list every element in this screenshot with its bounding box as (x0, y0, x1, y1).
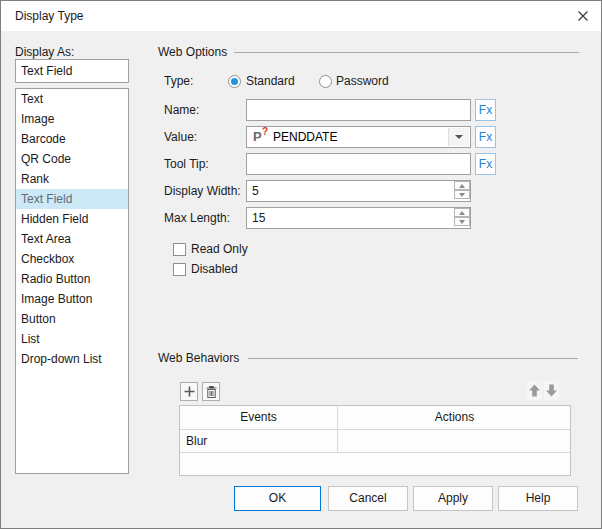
stepper-up-button[interactable] (454, 208, 470, 217)
behaviors-table: Events Actions Blur (179, 405, 571, 476)
list-item-drop-down-list[interactable]: Drop-down List (16, 349, 128, 369)
move-down-button[interactable] (544, 381, 559, 400)
max-length-label: Max Length: (164, 211, 230, 225)
plus-icon (184, 386, 195, 397)
list-item-text[interactable]: Text (16, 89, 128, 109)
list-item-list[interactable]: List (16, 329, 128, 349)
list-item-barcode[interactable]: Barcode (16, 129, 128, 149)
stepper-down-button[interactable] (454, 190, 470, 199)
list-item-qr-code[interactable]: QR Code (16, 149, 128, 169)
name-fx-button[interactable]: Fx (475, 99, 496, 121)
name-input[interactable] (246, 99, 471, 121)
dialog-title: Display Type (15, 1, 83, 31)
list-item-text-field[interactable]: Text Field (16, 189, 128, 209)
type-label: Type: (164, 74, 193, 88)
titlebar: Display Type (1, 1, 601, 31)
apply-button[interactable]: Apply (413, 486, 493, 511)
list-item-radio-button[interactable]: Radio Button (16, 269, 128, 289)
read-only-label: Read Only (191, 242, 248, 256)
max-length-stepper (454, 208, 470, 226)
disabled-label: Disabled (191, 262, 238, 276)
display-type-list: Text Image Barcode QR Code Rank Text Fie… (15, 88, 129, 474)
up-arrow-icon (459, 211, 465, 215)
chevron-down-icon (455, 135, 463, 139)
fx-icon: Fx (479, 157, 492, 171)
display-width-label: Display Width: (164, 184, 241, 198)
up-arrow-icon (459, 184, 465, 188)
value-label: Value: (164, 130, 197, 144)
event-cell[interactable]: Blur (180, 430, 338, 453)
web-options-title: Web Options (158, 45, 227, 59)
cancel-button[interactable]: Cancel (328, 486, 408, 511)
dropdown-arrow-button[interactable] (448, 128, 469, 146)
standard-radio-label: Standard (246, 74, 295, 88)
standard-radio[interactable] (228, 75, 241, 88)
delete-behavior-button[interactable] (202, 382, 220, 401)
add-behavior-button[interactable] (180, 382, 198, 401)
list-item-text-area[interactable]: Text Area (16, 229, 128, 249)
action-cell[interactable] (339, 430, 570, 453)
list-item-button[interactable]: Button (16, 309, 128, 329)
read-only-checkbox[interactable] (173, 243, 186, 256)
tooltip-input[interactable] (246, 153, 471, 175)
web-behaviors-title: Web Behaviors (158, 351, 239, 365)
up-arrow-icon (528, 384, 541, 397)
value-dropdown-text: PENDDATE (273, 127, 337, 147)
fx-icon: Fx (479, 130, 492, 144)
display-width-input[interactable] (246, 180, 471, 202)
move-up-button[interactable] (527, 381, 542, 400)
actions-column-header: Actions (339, 406, 570, 430)
table-row[interactable]: Blur (180, 430, 570, 453)
value-fx-button[interactable]: Fx (475, 126, 496, 148)
stepper-down-button[interactable] (454, 217, 470, 226)
web-behaviors-divider (248, 358, 578, 359)
list-item-checkbox[interactable]: Checkbox (16, 249, 128, 269)
events-column-header: Events (180, 406, 338, 430)
display-width-stepper (454, 181, 470, 199)
name-label: Name: (164, 103, 199, 117)
max-length-input[interactable] (246, 207, 471, 229)
display-type-dialog: Display Type Display As: Text Image Barc… (0, 0, 602, 529)
trash-icon (206, 386, 217, 398)
list-item-hidden-field[interactable]: Hidden Field (16, 209, 128, 229)
down-arrow-icon (459, 193, 465, 197)
display-as-field[interactable] (15, 59, 129, 83)
value-dropdown[interactable]: P ? PENDDATE (246, 126, 471, 148)
list-item-image[interactable]: Image (16, 109, 128, 129)
password-radio[interactable] (319, 75, 332, 88)
parameter-field-icon: P ? (253, 129, 271, 145)
ok-button[interactable]: OK (234, 486, 321, 511)
down-arrow-icon (545, 384, 558, 397)
help-button[interactable]: Help (498, 486, 578, 511)
list-item-image-button[interactable]: Image Button (16, 289, 128, 309)
stepper-up-button[interactable] (454, 181, 470, 190)
display-as-label: Display As: (15, 45, 74, 59)
close-icon (577, 10, 589, 22)
down-arrow-icon (459, 220, 465, 224)
fx-icon: Fx (479, 103, 492, 117)
password-radio-label: Password (336, 74, 389, 88)
tooltip-label: Tool Tip: (164, 157, 209, 171)
tooltip-fx-button[interactable]: Fx (475, 153, 496, 175)
behaviors-table-header: Events Actions (180, 406, 570, 430)
web-options-divider (234, 52, 579, 53)
list-item-rank[interactable]: Rank (16, 169, 128, 189)
disabled-checkbox[interactable] (173, 263, 186, 276)
close-button[interactable] (567, 1, 599, 31)
